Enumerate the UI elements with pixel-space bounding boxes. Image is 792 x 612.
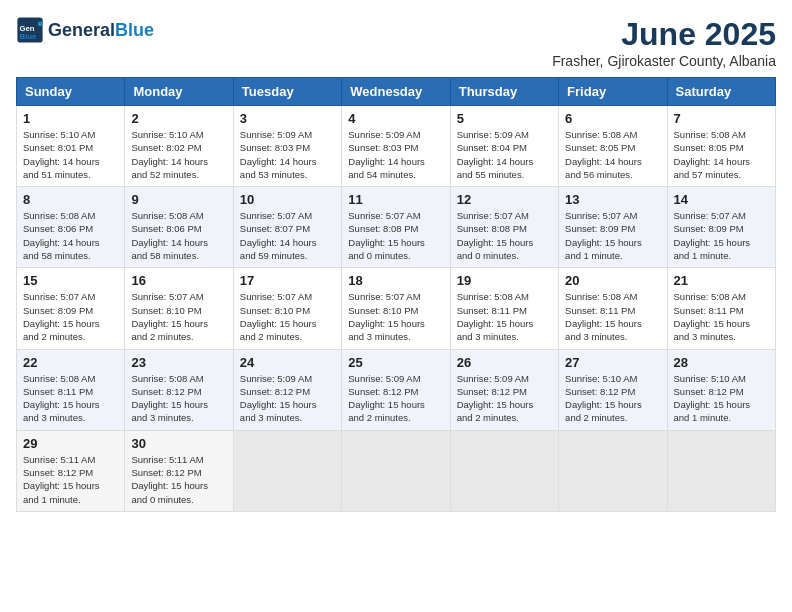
day-number: 29 (23, 436, 118, 451)
day-number: 21 (674, 273, 769, 288)
table-row: 1Sunrise: 5:10 AM Sunset: 8:01 PM Daylig… (17, 106, 125, 187)
weekday-header-row: Sunday Monday Tuesday Wednesday Thursday… (17, 78, 776, 106)
calendar-table: Sunday Monday Tuesday Wednesday Thursday… (16, 77, 776, 512)
day-number: 4 (348, 111, 443, 126)
day-detail: Sunrise: 5:07 AM Sunset: 8:09 PM Dayligh… (23, 290, 118, 343)
day-number: 17 (240, 273, 335, 288)
day-number: 2 (131, 111, 226, 126)
day-detail: Sunrise: 5:08 AM Sunset: 8:05 PM Dayligh… (565, 128, 660, 181)
calendar-week-row: 29Sunrise: 5:11 AM Sunset: 8:12 PM Dayli… (17, 430, 776, 511)
day-detail: Sunrise: 5:10 AM Sunset: 8:12 PM Dayligh… (674, 372, 769, 425)
table-row (450, 430, 558, 511)
day-detail: Sunrise: 5:08 AM Sunset: 8:05 PM Dayligh… (674, 128, 769, 181)
table-row: 9Sunrise: 5:08 AM Sunset: 8:06 PM Daylig… (125, 187, 233, 268)
header-wednesday: Wednesday (342, 78, 450, 106)
day-detail: Sunrise: 5:08 AM Sunset: 8:11 PM Dayligh… (457, 290, 552, 343)
day-number: 3 (240, 111, 335, 126)
day-number: 8 (23, 192, 118, 207)
header-sunday: Sunday (17, 78, 125, 106)
day-number: 6 (565, 111, 660, 126)
page-header: Gen Blue General Blue June 2025 Frasher,… (16, 16, 776, 69)
day-detail: Sunrise: 5:09 AM Sunset: 8:04 PM Dayligh… (457, 128, 552, 181)
table-row: 16Sunrise: 5:07 AM Sunset: 8:10 PM Dayli… (125, 268, 233, 349)
day-number: 13 (565, 192, 660, 207)
logo: Gen Blue General Blue (16, 16, 154, 44)
table-row: 8Sunrise: 5:08 AM Sunset: 8:06 PM Daylig… (17, 187, 125, 268)
table-row: 17Sunrise: 5:07 AM Sunset: 8:10 PM Dayli… (233, 268, 341, 349)
table-row: 19Sunrise: 5:08 AM Sunset: 8:11 PM Dayli… (450, 268, 558, 349)
table-row: 20Sunrise: 5:08 AM Sunset: 8:11 PM Dayli… (559, 268, 667, 349)
day-detail: Sunrise: 5:10 AM Sunset: 8:01 PM Dayligh… (23, 128, 118, 181)
day-number: 19 (457, 273, 552, 288)
day-detail: Sunrise: 5:08 AM Sunset: 8:11 PM Dayligh… (23, 372, 118, 425)
day-detail: Sunrise: 5:07 AM Sunset: 8:09 PM Dayligh… (674, 209, 769, 262)
table-row: 23Sunrise: 5:08 AM Sunset: 8:12 PM Dayli… (125, 349, 233, 430)
day-number: 15 (23, 273, 118, 288)
logo-icon: Gen Blue (16, 16, 44, 44)
day-number: 30 (131, 436, 226, 451)
day-number: 24 (240, 355, 335, 370)
table-row (342, 430, 450, 511)
day-detail: Sunrise: 5:10 AM Sunset: 8:02 PM Dayligh… (131, 128, 226, 181)
table-row: 29Sunrise: 5:11 AM Sunset: 8:12 PM Dayli… (17, 430, 125, 511)
table-row: 14Sunrise: 5:07 AM Sunset: 8:09 PM Dayli… (667, 187, 775, 268)
calendar-week-row: 15Sunrise: 5:07 AM Sunset: 8:09 PM Dayli… (17, 268, 776, 349)
table-row: 18Sunrise: 5:07 AM Sunset: 8:10 PM Dayli… (342, 268, 450, 349)
day-number: 10 (240, 192, 335, 207)
table-row: 6Sunrise: 5:08 AM Sunset: 8:05 PM Daylig… (559, 106, 667, 187)
day-number: 22 (23, 355, 118, 370)
header-monday: Monday (125, 78, 233, 106)
table-row: 22Sunrise: 5:08 AM Sunset: 8:11 PM Dayli… (17, 349, 125, 430)
day-number: 12 (457, 192, 552, 207)
day-detail: Sunrise: 5:07 AM Sunset: 8:10 PM Dayligh… (348, 290, 443, 343)
header-thursday: Thursday (450, 78, 558, 106)
table-row: 13Sunrise: 5:07 AM Sunset: 8:09 PM Dayli… (559, 187, 667, 268)
day-detail: Sunrise: 5:07 AM Sunset: 8:09 PM Dayligh… (565, 209, 660, 262)
day-number: 14 (674, 192, 769, 207)
table-row (667, 430, 775, 511)
day-detail: Sunrise: 5:07 AM Sunset: 8:08 PM Dayligh… (348, 209, 443, 262)
location-title: Frasher, Gjirokaster County, Albania (552, 53, 776, 69)
day-detail: Sunrise: 5:09 AM Sunset: 8:03 PM Dayligh… (348, 128, 443, 181)
day-detail: Sunrise: 5:07 AM Sunset: 8:08 PM Dayligh… (457, 209, 552, 262)
day-number: 7 (674, 111, 769, 126)
logo-text: General Blue (48, 20, 154, 41)
header-friday: Friday (559, 78, 667, 106)
day-detail: Sunrise: 5:10 AM Sunset: 8:12 PM Dayligh… (565, 372, 660, 425)
table-row: 24Sunrise: 5:09 AM Sunset: 8:12 PM Dayli… (233, 349, 341, 430)
table-row: 2Sunrise: 5:10 AM Sunset: 8:02 PM Daylig… (125, 106, 233, 187)
day-detail: Sunrise: 5:08 AM Sunset: 8:06 PM Dayligh… (131, 209, 226, 262)
day-number: 9 (131, 192, 226, 207)
day-number: 16 (131, 273, 226, 288)
day-detail: Sunrise: 5:08 AM Sunset: 8:06 PM Dayligh… (23, 209, 118, 262)
table-row: 26Sunrise: 5:09 AM Sunset: 8:12 PM Dayli… (450, 349, 558, 430)
table-row: 4Sunrise: 5:09 AM Sunset: 8:03 PM Daylig… (342, 106, 450, 187)
svg-text:Blue: Blue (20, 32, 37, 41)
table-row: 10Sunrise: 5:07 AM Sunset: 8:07 PM Dayli… (233, 187, 341, 268)
title-section: June 2025 Frasher, Gjirokaster County, A… (552, 16, 776, 69)
table-row: 12Sunrise: 5:07 AM Sunset: 8:08 PM Dayli… (450, 187, 558, 268)
day-detail: Sunrise: 5:07 AM Sunset: 8:10 PM Dayligh… (240, 290, 335, 343)
day-detail: Sunrise: 5:09 AM Sunset: 8:12 PM Dayligh… (240, 372, 335, 425)
table-row (559, 430, 667, 511)
day-detail: Sunrise: 5:08 AM Sunset: 8:11 PM Dayligh… (674, 290, 769, 343)
table-row: 5Sunrise: 5:09 AM Sunset: 8:04 PM Daylig… (450, 106, 558, 187)
day-number: 5 (457, 111, 552, 126)
day-number: 25 (348, 355, 443, 370)
day-number: 28 (674, 355, 769, 370)
header-tuesday: Tuesday (233, 78, 341, 106)
day-number: 26 (457, 355, 552, 370)
day-number: 1 (23, 111, 118, 126)
month-title: June 2025 (552, 16, 776, 53)
table-row: 27Sunrise: 5:10 AM Sunset: 8:12 PM Dayli… (559, 349, 667, 430)
day-detail: Sunrise: 5:08 AM Sunset: 8:11 PM Dayligh… (565, 290, 660, 343)
table-row: 11Sunrise: 5:07 AM Sunset: 8:08 PM Dayli… (342, 187, 450, 268)
day-detail: Sunrise: 5:08 AM Sunset: 8:12 PM Dayligh… (131, 372, 226, 425)
table-row: 3Sunrise: 5:09 AM Sunset: 8:03 PM Daylig… (233, 106, 341, 187)
day-detail: Sunrise: 5:09 AM Sunset: 8:12 PM Dayligh… (457, 372, 552, 425)
table-row: 28Sunrise: 5:10 AM Sunset: 8:12 PM Dayli… (667, 349, 775, 430)
calendar-week-row: 1Sunrise: 5:10 AM Sunset: 8:01 PM Daylig… (17, 106, 776, 187)
table-row: 15Sunrise: 5:07 AM Sunset: 8:09 PM Dayli… (17, 268, 125, 349)
day-number: 23 (131, 355, 226, 370)
day-number: 11 (348, 192, 443, 207)
